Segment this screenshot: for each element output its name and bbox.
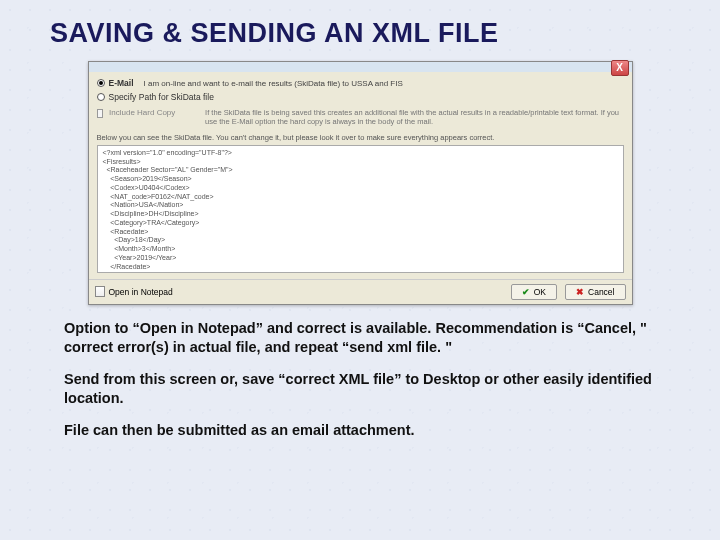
hardcopy-row: Include Hard Copy If the SkiData file is…	[97, 108, 624, 127]
xml-line: <?xml version="1.0" encoding="UTF-8"?>	[103, 149, 618, 158]
open-notepad-label: Open in Notepad	[109, 287, 173, 297]
xml-line: <Codex>U0404</Codex>	[103, 184, 618, 193]
radio-path-row[interactable]: Specify Path for SkiData file	[97, 92, 624, 102]
radio-path-label: Specify Path for SkiData file	[109, 92, 214, 102]
xml-line: <NAT_code>F0162</NAT_code>	[103, 193, 618, 202]
dialog-button-bar: Open in Notepad ✔ OK ✖ Cancel	[89, 279, 632, 304]
caption-3: File can then be submitted as an email a…	[64, 421, 680, 441]
radio-icon[interactable]	[97, 79, 105, 87]
radio-email-desc: I am on-line and want to e-mail the resu…	[144, 79, 403, 88]
radio-icon[interactable]	[97, 93, 105, 101]
hardcopy-label: Include Hard Copy	[109, 108, 199, 117]
dialog-body: E-Mail I am on-line and want to e-mail t…	[89, 72, 632, 279]
xml-line: <Fisresults>	[103, 158, 618, 167]
dialog-titlebar: X	[89, 62, 632, 72]
check-icon: ✔	[522, 287, 530, 297]
xml-line: <Eventname>FIS NOR-AM CUP</Eventname>	[103, 271, 618, 273]
dialog-window: X E-Mail I am on-line and want to e-mail…	[88, 61, 633, 305]
notepad-icon	[95, 286, 105, 297]
info-text: Below you can see the SkiData file. You …	[97, 133, 624, 142]
checkbox-icon[interactable]	[97, 109, 104, 118]
xml-line: <Racedate>	[103, 228, 618, 237]
xml-line: <Nation>USA</Nation>	[103, 201, 618, 210]
xml-line: <Category>TRA</Category>	[103, 219, 618, 228]
xml-line: <Raceheader Sector="AL" Gender="M">	[103, 166, 618, 175]
radio-email-row[interactable]: E-Mail I am on-line and want to e-mail t…	[97, 78, 624, 88]
cancel-icon: ✖	[576, 287, 584, 297]
cancel-label: Cancel	[588, 287, 614, 297]
close-icon[interactable]: X	[611, 60, 629, 76]
open-notepad-button[interactable]: Open in Notepad	[95, 286, 173, 297]
page-title: SAVING & SENDING AN XML FILE	[50, 18, 680, 49]
radio-email-label: E-Mail	[109, 78, 134, 88]
xml-line: <Discipline>DH</Discipline>	[103, 210, 618, 219]
xml-preview: <?xml version="1.0" encoding="UTF-8"?> <…	[97, 145, 624, 273]
caption-1: Option to “Open in Notepad” and correct …	[64, 319, 680, 358]
ok-label: OK	[534, 287, 546, 297]
xml-line: </Racedate>	[103, 263, 618, 272]
xml-line: <Month>3</Month>	[103, 245, 618, 254]
caption-2: Send from this screen or, save “correct …	[64, 370, 680, 409]
cancel-button[interactable]: ✖ Cancel	[565, 284, 625, 300]
ok-button[interactable]: ✔ OK	[511, 284, 557, 300]
hardcopy-desc: If the SkiData file is being saved this …	[205, 108, 623, 127]
xml-line: <Season>2019</Season>	[103, 175, 618, 184]
xml-line: <Year>2019</Year>	[103, 254, 618, 263]
xml-line: <Day>18</Day>	[103, 236, 618, 245]
